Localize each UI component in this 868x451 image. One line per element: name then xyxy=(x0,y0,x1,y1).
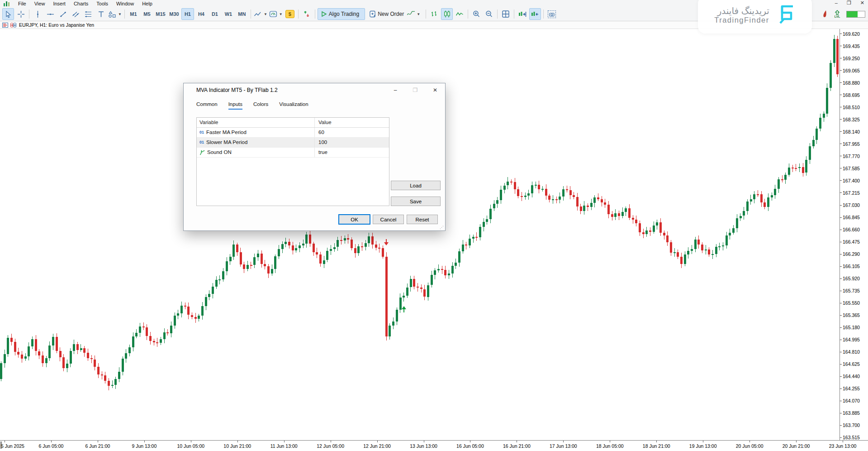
market-watch-button[interactable]: $ xyxy=(284,8,296,20)
chevron-down-icon: ▼ xyxy=(417,12,420,16)
cursor-icon xyxy=(6,11,10,18)
param-value[interactable]: true xyxy=(315,148,389,157)
cancel-button[interactable]: Cancel xyxy=(373,215,404,224)
timeframe-d1[interactable]: D1 xyxy=(209,8,221,20)
candle-up xyxy=(139,326,141,333)
tab-inputs[interactable]: Inputs xyxy=(228,101,242,110)
param-value[interactable]: 100 xyxy=(315,138,389,147)
close-icon[interactable]: ✕ xyxy=(860,0,864,6)
candle-up xyxy=(726,235,728,245)
menu-charts[interactable]: Charts xyxy=(70,1,92,6)
chart-shift-button[interactable] xyxy=(529,8,541,20)
line-chart-mode-button[interactable] xyxy=(454,8,465,20)
candle-down xyxy=(580,206,582,211)
candle-down xyxy=(187,307,190,315)
new-order-button[interactable]: New Order ▼ xyxy=(366,8,423,20)
save-button[interactable]: Save xyxy=(391,197,441,206)
shapes-tool-button[interactable]: ▼ xyxy=(108,8,122,20)
connection-status-bar xyxy=(846,11,865,18)
candle-down xyxy=(104,375,106,381)
timeframe-h4[interactable]: H4 xyxy=(195,8,208,20)
price-tick: 168.510 xyxy=(840,105,860,110)
timeframe-m15[interactable]: M15 xyxy=(154,8,167,20)
bar-chart-mode-button[interactable] xyxy=(428,8,440,20)
tab-visualization[interactable]: Visualization xyxy=(279,101,308,110)
timeframe-m5[interactable]: M5 xyxy=(141,8,153,20)
price-tick: 167.770 xyxy=(840,154,860,159)
tab-common[interactable]: Common xyxy=(196,101,218,110)
time-axis[interactable]: 5 Jun 20256 Jun 05:006 Jun 21:009 Jun 13… xyxy=(0,440,868,451)
tab-colors[interactable]: Colors xyxy=(253,101,268,110)
table-row[interactable]: 01Slower MA Period100 xyxy=(197,138,389,148)
zoom-out-button[interactable] xyxy=(483,8,495,20)
bool-param-icon xyxy=(199,150,205,155)
text-tool-button[interactable] xyxy=(95,8,107,20)
price-tick: 167.030 xyxy=(840,202,860,208)
dialog-maximize-icon[interactable]: ❐ xyxy=(405,87,425,93)
indicator-gauge-button[interactable]: ▼ xyxy=(269,8,283,20)
mt5-logo-icon xyxy=(4,1,9,6)
minimize-icon[interactable]: – xyxy=(835,0,838,6)
menu-file[interactable]: File xyxy=(14,1,30,6)
time-tick: 5 Jun 2025 xyxy=(1,443,24,449)
depth-of-market-icon[interactable] xyxy=(2,23,8,28)
screenshot-button[interactable] xyxy=(546,8,558,20)
reset-button[interactable]: Reset xyxy=(407,215,438,224)
table-row[interactable]: 01Faster MA Period60 xyxy=(197,128,389,138)
buy-sell-arrows-button[interactable] xyxy=(301,8,313,20)
timeframe-h1[interactable]: H1 xyxy=(181,8,194,20)
auto-scroll-button[interactable] xyxy=(517,8,528,20)
candle-up xyxy=(809,146,811,160)
candle-down xyxy=(423,289,426,297)
fibonacci-tool-button[interactable] xyxy=(82,8,94,20)
candle-up xyxy=(177,313,179,316)
table-row[interactable]: Sound ONtrue xyxy=(197,148,389,158)
candlestick-mode-button[interactable] xyxy=(441,8,453,20)
candle-up xyxy=(31,339,33,346)
candle-up xyxy=(687,251,689,255)
param-value[interactable]: 60 xyxy=(315,128,389,137)
window-controls: – ❐ ✕ xyxy=(835,0,864,6)
resize-grip[interactable]: ⋰ xyxy=(440,225,444,230)
value-column-header: Value xyxy=(315,118,389,127)
chart-object-list-button[interactable]: ▼ xyxy=(253,8,268,20)
tile-windows-button[interactable] xyxy=(500,8,512,20)
menu-help[interactable]: Help xyxy=(138,1,157,6)
trendline-tool-button[interactable] xyxy=(57,8,69,20)
levels-toggle-button[interactable]: LVL xyxy=(831,8,843,20)
timeframe-w1[interactable]: W1 xyxy=(222,8,235,20)
candle-down xyxy=(267,266,270,273)
zoom-in-icon xyxy=(475,12,479,17)
price-tick: 166.475 xyxy=(840,239,860,245)
dialog-minimize-icon[interactable]: – xyxy=(385,87,405,93)
horizontal-line-tool-button[interactable] xyxy=(44,8,56,20)
zigzag-icon xyxy=(254,12,261,16)
crosshair-tool-button[interactable] xyxy=(15,8,27,20)
numeric-param-icon: 01 xyxy=(199,128,204,137)
menu-window[interactable]: Window xyxy=(112,1,138,6)
inputs-table[interactable]: Variable Value 01Faster MA Period6001Slo… xyxy=(196,117,389,206)
candle-up xyxy=(222,271,224,279)
menu-view[interactable]: View xyxy=(30,1,49,6)
timeframe-mn[interactable]: MN xyxy=(236,8,248,20)
channel-tool-button[interactable] xyxy=(70,8,81,20)
vertical-line-tool-button[interactable] xyxy=(32,8,43,20)
restore-icon[interactable]: ❐ xyxy=(847,0,851,6)
algo-trading-button[interactable]: Algo Trading xyxy=(318,8,365,20)
zoom-in-button[interactable] xyxy=(470,8,482,20)
cursor-tool-button[interactable] xyxy=(2,8,14,20)
load-button[interactable]: Load xyxy=(391,181,441,190)
ok-button[interactable]: OK xyxy=(339,215,370,224)
one-click-trading-icon[interactable] xyxy=(10,23,16,28)
timeframe-m30[interactable]: M30 xyxy=(168,8,180,20)
menu-tools[interactable]: Tools xyxy=(92,1,112,6)
dialog-close-icon[interactable]: ✕ xyxy=(425,87,445,93)
candle-down xyxy=(663,233,665,235)
candle-up xyxy=(753,194,755,199)
price-axis[interactable]: 169.620169.435169.250169.065168.880168.6… xyxy=(840,29,868,441)
timeframe-m1[interactable]: M1 xyxy=(127,8,140,20)
candle-down xyxy=(569,190,572,195)
brush-tool-button[interactable] xyxy=(819,8,830,20)
crosshair-icon xyxy=(18,11,24,18)
menu-insert[interactable]: Insert xyxy=(49,1,70,6)
